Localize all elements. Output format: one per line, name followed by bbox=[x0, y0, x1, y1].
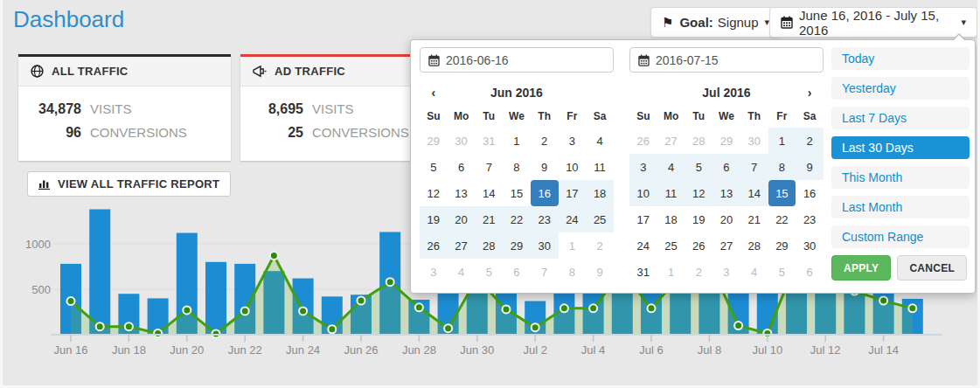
calendar-day[interactable]: 9 bbox=[796, 154, 824, 180]
calendar-day[interactable]: 7 bbox=[531, 259, 559, 285]
data-point[interactable] bbox=[328, 325, 336, 333]
calendar-day[interactable]: 11 bbox=[586, 154, 614, 180]
calendar-day[interactable]: 5 bbox=[685, 154, 712, 180]
calendar-day[interactable]: 6 bbox=[448, 154, 476, 180]
calendar-day[interactable]: 25 bbox=[586, 206, 614, 232]
data-point[interactable] bbox=[415, 303, 423, 311]
calendar-day[interactable]: 14 bbox=[740, 180, 768, 206]
calendar-day[interactable]: 26 bbox=[685, 232, 712, 259]
preset-today[interactable]: Today bbox=[831, 47, 970, 70]
calendar-day[interactable]: 26 bbox=[420, 232, 448, 259]
calendar-day[interactable]: 7 bbox=[740, 154, 768, 180]
preset-last-7-days[interactable]: Last 7 Days bbox=[831, 107, 970, 129]
calendar-day[interactable]: 16 bbox=[796, 180, 824, 206]
data-point[interactable] bbox=[908, 304, 916, 312]
calendar-day[interactable]: 5 bbox=[768, 259, 796, 285]
calendar-day[interactable]: 4 bbox=[448, 259, 476, 285]
calendar-day[interactable]: 27 bbox=[712, 232, 740, 259]
calendar-day[interactable]: 6 bbox=[503, 259, 531, 285]
data-point[interactable] bbox=[879, 297, 887, 305]
calendar-day[interactable]: 29 bbox=[420, 128, 448, 154]
calendar-day[interactable]: 7 bbox=[475, 154, 503, 180]
bar[interactable] bbox=[89, 209, 110, 335]
calendar-day[interactable]: 4 bbox=[740, 259, 768, 285]
calendar-day[interactable]: 2 bbox=[531, 128, 559, 154]
calendar-day[interactable]: 6 bbox=[712, 154, 740, 180]
calendar-day[interactable]: 1 bbox=[503, 128, 531, 154]
calendar-day[interactable]: 3 bbox=[420, 259, 448, 285]
calendar-day[interactable]: 25 bbox=[657, 232, 685, 259]
data-point[interactable] bbox=[299, 307, 307, 315]
data-point[interactable] bbox=[183, 306, 191, 314]
calendar-day[interactable]: 23 bbox=[796, 206, 824, 232]
calendar-day[interactable]: 30 bbox=[796, 232, 824, 259]
calendar-day[interactable]: 12 bbox=[685, 180, 712, 206]
calendar-day[interactable]: 20 bbox=[448, 206, 476, 232]
calendar-day[interactable]: 21 bbox=[740, 206, 768, 232]
calendar-day[interactable]: 24 bbox=[559, 206, 587, 232]
calendar-day[interactable]: 6 bbox=[796, 259, 824, 285]
apply-button[interactable]: APPLY bbox=[831, 255, 891, 281]
calendar-day[interactable]: 8 bbox=[503, 154, 531, 180]
data-point[interactable] bbox=[386, 278, 394, 286]
calendar-day[interactable]: 27 bbox=[657, 128, 685, 154]
calendar-day[interactable]: 5 bbox=[420, 154, 448, 180]
calendar-day[interactable]: 18 bbox=[586, 180, 614, 206]
calendar-day[interactable]: 15 bbox=[768, 180, 796, 206]
calendar-day[interactable]: 8 bbox=[559, 259, 587, 285]
data-point[interactable] bbox=[734, 322, 742, 329]
calendar-day[interactable]: 2 bbox=[796, 128, 824, 154]
calendar-day[interactable]: 19 bbox=[685, 206, 712, 232]
preset-last-30-days[interactable]: Last 30 Days bbox=[831, 136, 970, 159]
preset-last-month[interactable]: Last Month bbox=[831, 196, 970, 218]
data-point[interactable] bbox=[358, 297, 365, 305]
calendar-day[interactable]: 16 bbox=[531, 180, 559, 206]
data-point[interactable] bbox=[241, 307, 249, 315]
calendar-day[interactable]: 1 bbox=[768, 128, 796, 154]
calendar-day[interactable]: 1 bbox=[657, 259, 685, 285]
calendar-day[interactable]: 17 bbox=[629, 206, 657, 232]
data-point[interactable] bbox=[270, 252, 278, 260]
calendar-day[interactable]: 14 bbox=[475, 180, 503, 206]
calendar-day[interactable]: 1 bbox=[559, 232, 587, 259]
calendar-day[interactable]: 31 bbox=[629, 259, 657, 285]
data-point[interactable] bbox=[154, 329, 162, 337]
calendar-day[interactable]: 22 bbox=[768, 206, 796, 232]
calendar-day[interactable]: 13 bbox=[712, 180, 740, 206]
end-date-input[interactable] bbox=[656, 53, 815, 67]
calendar-day[interactable]: 26 bbox=[629, 128, 657, 154]
calendar-day[interactable]: 9 bbox=[531, 154, 559, 180]
calendar-day[interactable]: 5 bbox=[475, 259, 503, 285]
calendar-day[interactable]: 15 bbox=[503, 180, 531, 206]
data-point[interactable] bbox=[96, 322, 104, 330]
data-point[interactable] bbox=[560, 304, 568, 312]
calendar-day[interactable]: 10 bbox=[559, 154, 587, 180]
calendar-day[interactable]: 30 bbox=[531, 232, 559, 259]
calendar-day[interactable]: 21 bbox=[475, 206, 503, 232]
data-point[interactable] bbox=[503, 305, 511, 313]
calendar-day[interactable]: 2 bbox=[586, 232, 614, 259]
bar[interactable] bbox=[205, 262, 226, 335]
calendar-day[interactable]: 28 bbox=[740, 232, 768, 259]
calendar-day[interactable]: 20 bbox=[712, 206, 740, 232]
preset-yesterday[interactable]: Yesterday bbox=[831, 77, 970, 100]
calendar-day[interactable]: 3 bbox=[712, 259, 740, 285]
calendar-day[interactable]: 4 bbox=[657, 154, 685, 180]
calendar-day[interactable]: 12 bbox=[420, 180, 448, 206]
calendar-day[interactable]: 19 bbox=[420, 206, 448, 232]
data-point[interactable] bbox=[212, 329, 220, 337]
data-point[interactable] bbox=[648, 304, 656, 312]
calendar-day[interactable]: 13 bbox=[448, 180, 476, 206]
cancel-button[interactable]: CANCEL bbox=[897, 255, 967, 281]
calendar-day[interactable]: 29 bbox=[712, 128, 740, 154]
calendar-day[interactable]: 3 bbox=[629, 154, 657, 180]
calendar-day[interactable]: 10 bbox=[629, 180, 657, 206]
calendar-day[interactable]: 29 bbox=[768, 232, 796, 259]
data-point[interactable] bbox=[532, 323, 539, 331]
calendar-day[interactable]: 28 bbox=[685, 128, 712, 154]
start-date-input[interactable] bbox=[446, 53, 605, 67]
view-all-traffic-report-button[interactable]: VIEW ALL TRAFFIC REPORT bbox=[27, 171, 231, 197]
data-point[interactable] bbox=[125, 322, 133, 330]
data-point[interactable] bbox=[67, 297, 75, 305]
calendar-day[interactable]: 30 bbox=[740, 128, 768, 154]
